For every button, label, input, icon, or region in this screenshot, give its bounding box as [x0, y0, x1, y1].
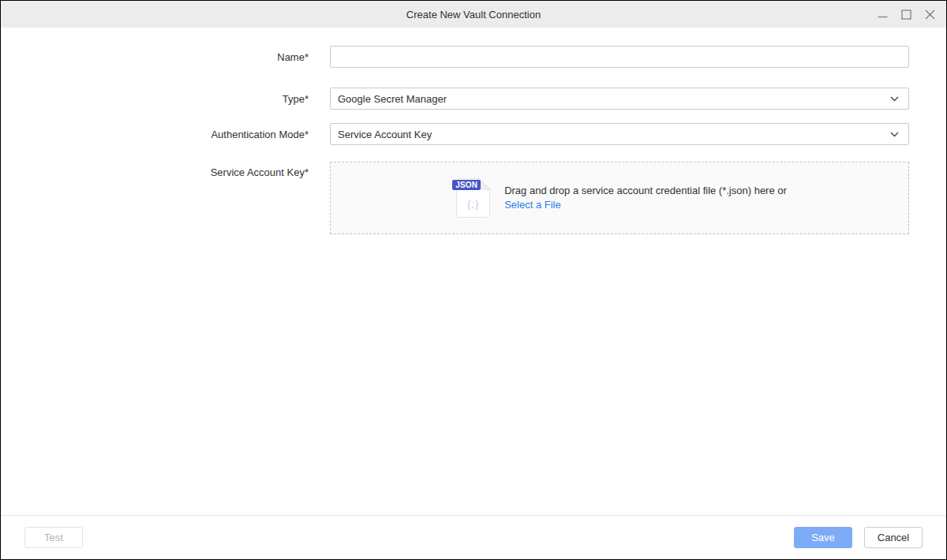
name-label: Name* — [1, 46, 309, 63]
test-button[interactable]: Test — [24, 527, 83, 548]
json-badge: JSON — [452, 180, 481, 190]
chevron-down-icon — [890, 96, 899, 102]
dropzone-instruction: Drag and drop a service account credenti… — [504, 184, 787, 198]
auth-mode-field-wrapper: Service Account Key — [330, 123, 909, 145]
file-dropzone[interactable]: JSON {;} Drag and drop a service account… — [330, 162, 909, 234]
authentication-mode-select-value: Service Account Key — [338, 129, 432, 140]
maximize-icon — [901, 9, 911, 20]
chevron-down-icon — [890, 132, 899, 137]
type-label: Type* — [1, 88, 309, 105]
dropzone-text-block: Drag and drop a service account credenti… — [504, 184, 787, 212]
cancel-button[interactable]: Cancel — [864, 527, 923, 548]
dialog-content: Name* Type* Google Secret Manager Authen… — [1, 28, 946, 515]
key-field-wrapper: JSON {;} Drag and drop a service account… — [330, 162, 909, 234]
close-icon — [925, 9, 935, 20]
name-field-wrapper — [330, 46, 909, 68]
select-file-link[interactable]: Select a File — [504, 199, 561, 211]
form-row-auth-mode: Authentication Mode* Service Account Key — [1, 123, 946, 145]
minimize-button[interactable] — [876, 8, 889, 21]
form-row-name: Name* — [1, 46, 946, 68]
authentication-mode-select[interactable]: Service Account Key — [330, 123, 909, 145]
titlebar: Create New Vault Connection — [1, 1, 946, 28]
dialog-footer: Test Save Cancel — [1, 515, 946, 559]
json-file-icon: JSON {;} — [452, 177, 490, 218]
form-row-service-account-key: Service Account Key* JSON {;} Drag and d… — [1, 162, 946, 234]
type-select[interactable]: Google Secret Manager — [330, 88, 909, 110]
save-button[interactable]: Save — [794, 527, 852, 548]
type-select-value: Google Secret Manager — [338, 93, 447, 105]
type-field-wrapper: Google Secret Manager — [330, 88, 909, 110]
form-row-type: Type* Google Secret Manager — [1, 88, 946, 110]
authentication-mode-label: Authentication Mode* — [1, 123, 309, 140]
window-title: Create New Vault Connection — [1, 9, 946, 21]
dialog-window: Create New Vault Connection — [0, 0, 947, 560]
maximize-button[interactable] — [900, 8, 913, 21]
footer-actions: Save Cancel — [794, 527, 923, 548]
service-account-key-label: Service Account Key* — [1, 162, 309, 178]
minimize-icon — [878, 9, 888, 20]
json-glyph: {;} — [456, 198, 490, 210]
window-controls — [876, 8, 937, 21]
name-input[interactable] — [330, 46, 909, 68]
close-button[interactable] — [923, 8, 937, 21]
